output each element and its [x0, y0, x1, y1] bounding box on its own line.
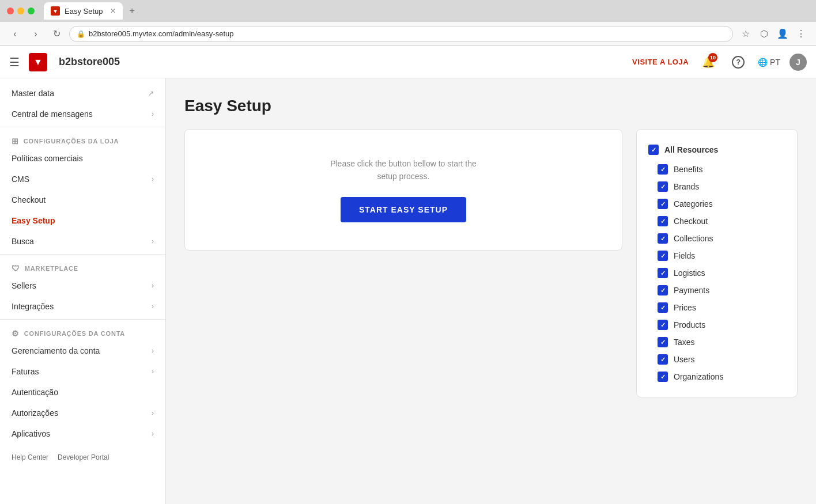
bookmark-button[interactable]: ☆ — [738, 26, 754, 42]
forward-button[interactable]: › — [28, 26, 44, 42]
tab-title: Easy Setup — [65, 7, 103, 16]
notifications-button[interactable]: 🔔 10 — [698, 52, 719, 73]
gerenciamento-chevron-icon: › — [152, 347, 154, 355]
master-data-label: Master data — [12, 89, 148, 98]
resource-item-users[interactable]: Users — [648, 351, 785, 368]
tab-close-button[interactable]: ✕ — [110, 7, 116, 15]
developer-portal-link[interactable]: Developer Portal — [58, 453, 109, 461]
integracoes-label: Integrações — [12, 302, 152, 311]
store-section-icon: ⊞ — [12, 137, 19, 146]
browser-tab[interactable]: ▼ Easy Setup ✕ — [44, 2, 123, 20]
sidebar-item-politicas[interactable]: Políticas comerciais — [0, 148, 165, 169]
sidebar-item-cms[interactable]: CMS › — [0, 169, 165, 190]
aplicativos-label: Aplicativos — [12, 429, 152, 438]
language-button[interactable]: 🌐 PT — [758, 58, 780, 67]
resource-all-resources[interactable]: All Resources — [648, 141, 785, 158]
checkbox-users[interactable] — [658, 354, 668, 365]
minimize-traffic-light[interactable] — [17, 7, 24, 14]
checkbox-payments[interactable] — [658, 285, 668, 295]
aplicativos-chevron-icon: › — [152, 430, 154, 438]
resource-item-categories[interactable]: Categories — [648, 195, 785, 213]
checkbox-collections[interactable] — [658, 233, 668, 244]
resource-label-categories: Categories — [674, 199, 713, 209]
checkbox-fields[interactable] — [658, 251, 668, 261]
resource-item-payments[interactable]: Payments — [648, 282, 785, 299]
language-label: PT — [770, 58, 780, 67]
section-marketplace-label: MARKETPLACE — [25, 265, 78, 272]
new-tab-button[interactable]: + — [130, 6, 135, 16]
busca-chevron-icon: › — [152, 237, 154, 245]
checkbox-prices[interactable] — [658, 302, 668, 313]
checkbox-products[interactable] — [658, 320, 668, 330]
user-profile-button[interactable]: 👤 — [775, 26, 791, 42]
all-resources-label: All Resources — [664, 145, 718, 154]
sidebar-item-central-mensagens[interactable]: Central de mensagens › — [0, 104, 165, 124]
sidebar-item-sellers[interactable]: Sellers › — [0, 275, 165, 296]
faturas-label: Faturas — [12, 367, 152, 376]
sidebar-item-checkout[interactable]: Checkout — [0, 190, 165, 210]
back-button[interactable]: ‹ — [7, 26, 23, 42]
section-loja-label: CONFIGURAÇÕES DA LOJA — [24, 138, 119, 145]
checkbox-categories[interactable] — [658, 199, 668, 209]
sidebar-section-loja: ⊞ CONFIGURAÇÕES DA LOJA — [0, 130, 165, 148]
checkbox-organizations[interactable] — [658, 372, 668, 382]
close-traffic-light[interactable] — [7, 7, 14, 14]
resource-list: BenefitsBrandsCategoriesCheckoutCollecti… — [648, 161, 785, 385]
sidebar-item-master-data[interactable]: Master data ↗ — [0, 83, 165, 104]
maximize-traffic-light[interactable] — [28, 7, 35, 14]
resource-item-checkout[interactable]: Checkout — [648, 213, 785, 230]
help-center-link[interactable]: Help Center — [12, 453, 48, 461]
resource-label-fields: Fields — [674, 251, 695, 260]
resources-card: All Resources BenefitsBrandsCategoriesCh… — [636, 129, 798, 397]
sidebar-item-gerenciamento[interactable]: Gerenciamento da conta › — [0, 340, 165, 361]
browser-action-buttons: ☆ ⬡ 👤 ⋮ — [738, 26, 809, 42]
sidebar-item-easy-setup[interactable]: Easy Setup — [0, 210, 165, 231]
sidebar-item-autorizacoes[interactable]: Autorizações › — [0, 403, 165, 423]
checkbox-taxes[interactable] — [658, 337, 668, 347]
extensions-button[interactable]: ⬡ — [756, 26, 772, 42]
resource-item-prices[interactable]: Prices — [648, 299, 785, 316]
resource-label-checkout: Checkout — [674, 217, 708, 226]
resource-item-logistics[interactable]: Logistics — [648, 264, 785, 282]
store-name: b2bstore005 — [59, 56, 120, 68]
checkbox-benefits[interactable] — [658, 164, 668, 175]
resource-label-brands: Brands — [674, 182, 699, 191]
sidebar-item-integracoes[interactable]: Integrações › — [0, 296, 165, 317]
resource-item-fields[interactable]: Fields — [648, 247, 785, 264]
checkbox-logistics[interactable] — [658, 268, 668, 278]
politicas-label: Políticas comerciais — [12, 154, 154, 163]
resource-item-brands[interactable]: Brands — [648, 178, 785, 195]
start-easy-setup-button[interactable]: START EASY SETUP — [341, 197, 466, 222]
checkbox-brands[interactable] — [658, 181, 668, 192]
resource-label-taxes: Taxes — [674, 338, 695, 347]
sellers-label: Sellers — [12, 281, 152, 290]
resource-label-payments: Payments — [674, 286, 709, 295]
visit-store-button[interactable]: VISITE A LOJA — [632, 58, 689, 66]
sidebar-item-aplicativos[interactable]: Aplicativos › — [0, 423, 165, 444]
cms-label: CMS — [12, 175, 152, 184]
help-button[interactable]: ? — [728, 52, 749, 73]
setup-main-card: Please click the button bellow to start … — [184, 129, 622, 251]
resource-label-organizations: Organizations — [674, 372, 723, 381]
sidebar-divider-3 — [0, 319, 165, 320]
resource-item-products[interactable]: Products — [648, 316, 785, 334]
checkbox-checkout[interactable] — [658, 216, 668, 226]
sidebar-item-faturas[interactable]: Faturas › — [0, 361, 165, 382]
user-avatar[interactable]: J — [789, 54, 807, 71]
sidebar-item-autenticacao[interactable]: Autenticação — [0, 382, 165, 403]
resource-item-organizations[interactable]: Organizations — [648, 368, 785, 385]
integracoes-chevron-icon: › — [152, 302, 154, 310]
resource-item-collections[interactable]: Collections — [648, 230, 785, 247]
page-title: Easy Setup — [184, 97, 798, 115]
hamburger-menu-button[interactable]: ☰ — [9, 55, 20, 69]
resource-label-logistics: Logistics — [674, 268, 705, 278]
resource-label-benefits: Benefits — [674, 165, 703, 174]
resource-item-benefits[interactable]: Benefits — [648, 161, 785, 178]
all-resources-checkbox[interactable] — [648, 145, 659, 155]
sidebar-section-conta: ⚙ CONFIGURAÇÕES DA CONTA — [0, 322, 165, 340]
browser-menu-button[interactable]: ⋮ — [793, 26, 809, 42]
refresh-button[interactable]: ↻ — [48, 26, 65, 42]
resource-item-taxes[interactable]: Taxes — [648, 334, 785, 351]
sidebar-item-busca[interactable]: Busca › — [0, 231, 165, 252]
address-input[interactable]: 🔒 b2bstore005.myvtex.com/admin/easy-setu… — [69, 26, 733, 42]
